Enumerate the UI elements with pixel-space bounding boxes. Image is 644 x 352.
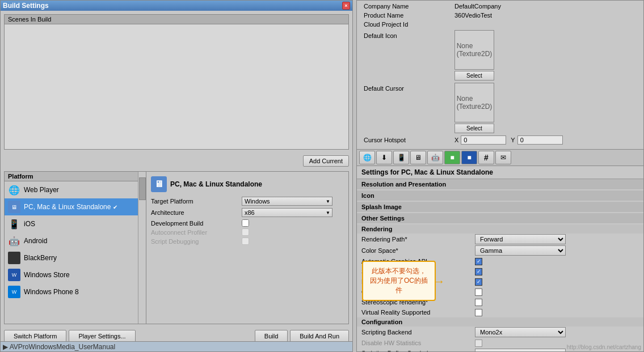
dev-build-checkbox[interactable] [242,219,249,227]
tabs-row: 🌐 ⬇ 📱 🖥 🤖 ■ ■ # ✉ [357,149,643,166]
default-icon-area: None(Texture2D) Select [454,30,494,80]
architecture-select[interactable]: x86 x86_64 [242,208,332,217]
platform-item-blackberry[interactable]: BlackBerry [5,249,146,266]
callout-text: 此版本不要勾选，因为使用了OC的插件 [370,267,428,294]
scrollbar-track[interactable] [138,172,146,324]
product-name-value: 360VedioTest [454,12,637,19]
autoconnect-row: Autoconnect Profiler [151,228,344,236]
architecture-select-wrapper: x86 x86_64 [242,208,332,217]
default-icon-select-btn[interactable]: Select [454,71,494,80]
default-cursor-label: Default Cursor [364,83,454,92]
tab-android[interactable]: 🤖 [427,151,443,164]
cursor-y-label: Y [511,137,515,143]
cloud-project-id-label: Cloud Project Id [364,21,454,28]
tab-mobile[interactable]: 📱 [393,151,409,164]
tab-green[interactable]: ■ [444,151,460,164]
scripting-backend-select[interactable]: Mono2x IL2CPP [475,327,566,337]
platform-detail-title: 🖥 PC, Mac & Linux Standalone [151,176,344,192]
auto-graphics-checkbox[interactable]: ✓ [475,258,482,265]
cloud-project-id-row: Cloud Project Id [361,21,639,28]
platform-detail: 🖥 PC, Mac & Linux Standalone Target Plat… [146,172,348,324]
tab-hash[interactable]: # [478,151,494,164]
close-button[interactable]: × [342,2,350,10]
color-space-select[interactable]: Gamma Linear [475,245,566,256]
platform-item-windows-phone[interactable]: W Windows Phone 8 [5,283,146,300]
platform-item-android[interactable]: 🤖 Android [5,232,146,249]
scripting-backend-row: Scripting Backend Mono2x IL2CPP [357,326,643,338]
scripting-backend-label: Scripting Backend [361,329,475,336]
add-current-button[interactable]: Add Current [303,155,349,167]
platform-detail-icon: 🖥 [151,176,167,192]
platform-item-web-player[interactable]: 🌐 Web Player [5,181,146,198]
target-platform-row: Target Platform Windows Mac OS X Linux [151,197,344,206]
callout-tooltip: 此版本不要勾选，因为使用了OC的插件 → [362,261,436,301]
scripting-symbols-input[interactable] [475,349,566,352]
platform-list: Platform 🌐 Web Player 🖥 PC, Mac & Linux … [5,172,146,324]
default-cursor-row: Default Cursor None(Texture2D) Select [361,83,639,133]
scenes-content [5,24,348,149]
disable-hw-stats-label: Disable HW Statistics [361,340,475,346]
windows-phone-icon: W [8,286,20,298]
default-cursor-select-btn[interactable]: Select [454,124,494,133]
color-space-label: Color Space* [361,247,475,254]
scenes-panel: Scenes In Build [4,14,349,150]
tab-standalone[interactable]: 🖥 [410,151,426,164]
platform-label-android: Android [24,237,47,245]
tab-blue-square[interactable]: ■ [461,151,477,164]
vr-label: Virtual Reality Supported [361,309,475,316]
default-icon-placeholder: None(Texture2D) [454,30,494,70]
title-bar: Build Settings × [1,1,352,11]
platform-detail-title-text: PC, Mac & Linux Standalone [170,180,262,188]
company-name-row: Company Name DefaultCompany [361,3,639,10]
settings-title: Settings for PC, Mac & Linux Standalone [357,166,643,179]
gpu-skinning-checkbox[interactable] [475,289,482,296]
default-icon-text: None(Texture2D) [457,42,493,58]
default-cursor-placeholder: None(Texture2D) [454,83,494,122]
rendering-path-row: Rendering Path* Forward Deferred [357,234,643,245]
stereoscopic-checkbox[interactable] [475,299,482,306]
autoconnect-checkbox [242,228,249,236]
tab-mail[interactable]: ✉ [495,151,511,164]
player-settings-button[interactable]: Player Settings... [69,330,135,342]
platform-label-windows-store: Windows Store [24,271,70,279]
selected-indicator: ✔ [113,204,117,210]
scrollbar-thumb[interactable] [139,177,146,200]
rendering-header: Rendering [357,224,643,234]
dev-build-label: Development Build [151,220,242,227]
configuration-header: Configuration [357,317,643,326]
build-button[interactable]: Build [255,330,288,342]
platform-item-ios[interactable]: 📱 iOS [5,215,146,232]
bottom-status-bar: ▶ AVProWindowsMedia_UserManual [1,341,352,351]
right-top-fields: Company Name DefaultCompany Product Name… [357,1,643,149]
bottom-bar-text: ▶ AVProWindowsMedia_UserManual [3,343,115,351]
cursor-y-input[interactable] [517,135,563,145]
rendering-path-select[interactable]: Forward Deferred [475,234,566,244]
switch-platform-button[interactable]: Switch Platform [4,330,66,342]
script-debug-checkbox [242,238,249,245]
tab-globe[interactable]: 🌐 [359,151,375,164]
platform-item-pc-mac[interactable]: 🖥 PC, Mac & Linux Standalone ✔ [5,198,146,215]
windows-store-icon: W [8,269,20,281]
build-and-run-button[interactable]: Build And Run [290,330,349,342]
ios-icon: 📱 [8,218,20,230]
vr-checkbox[interactable] [475,309,482,316]
settings-title-text: Settings for PC, Mac & Linux Standalone [361,168,493,176]
target-platform-select[interactable]: Windows Mac OS X Linux [242,197,332,206]
default-cursor-area: None(Texture2D) Select [454,83,494,133]
autoconnect-label: Autoconnect Profiler [151,229,242,236]
product-name-label: Product Name [364,12,454,19]
dynamic-batching-checkbox[interactable]: ✓ [475,278,482,286]
architecture-row: Architecture x86 x86_64 [151,208,344,217]
window-title: Build Settings [3,2,49,10]
platform-label-windows-phone: Windows Phone 8 [24,288,79,296]
architecture-label: Architecture [151,209,242,216]
android-icon: 🤖 [8,235,20,247]
default-cursor-text: None(Texture2D) [457,95,493,111]
tab-download[interactable]: ⬇ [376,151,392,164]
main-window: Build Settings × Scenes In Build Add Cur… [0,0,353,352]
static-batching-checkbox[interactable]: ✓ [475,268,482,275]
platform-item-windows-store[interactable]: W Windows Store [5,266,146,283]
add-current-row: Add Current [1,153,352,169]
default-icon-label: Default Icon [364,30,454,39]
cursor-x-input[interactable] [461,135,506,145]
